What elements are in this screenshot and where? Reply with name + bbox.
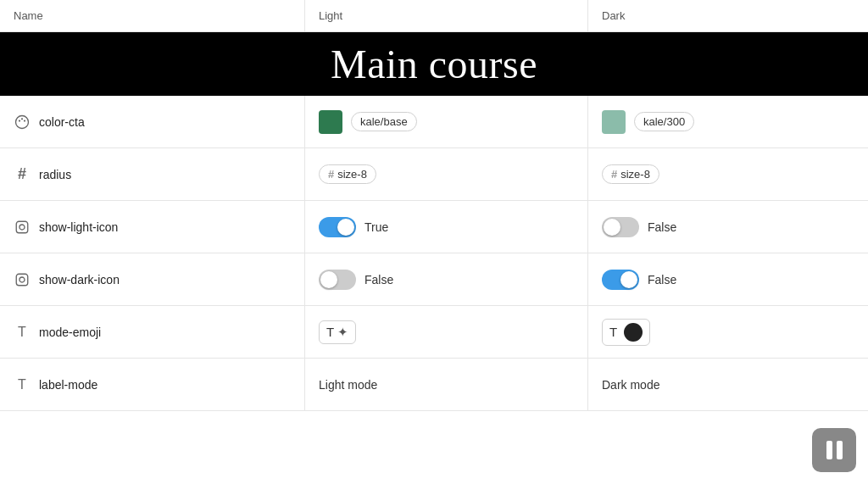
dark-cell-color-cta: kale/300 [588,96,868,147]
svg-point-7 [19,277,25,282]
svg-point-0 [16,115,29,128]
row-label-label-mode: label-mode [39,378,97,392]
name-cell-show-dark-icon: show-dark-icon [0,253,305,305]
table-row: color-cta kale/base kale/300 [0,96,868,148]
dark-cell-label-mode: Dark mode [588,359,868,410]
banner-title: Main course [331,41,537,87]
color-swatch-dark [602,110,626,134]
table-row: # radius # size-8 # size-8 [0,148,868,201]
dark-cell-radius: # size-8 [588,148,868,200]
name-cell-show-light-icon: show-light-icon [0,201,305,253]
radius-tag-dark: # size-8 [602,164,659,184]
light-cell-show-light-icon: True [305,201,588,253]
light-cell-color-cta: kale/base [305,96,588,147]
row-label-show-light-icon: show-light-icon [39,220,118,234]
dark-cell-show-light-icon: False [588,201,868,253]
toggle-show-light-light[interactable] [319,217,356,237]
toggle-label-show-dark-dark: False [648,273,676,287]
row-label-radius: radius [39,168,71,181]
text-type-icon-2: T [14,376,31,393]
header-dark: Dark [588,0,868,31]
table-row: show-light-icon True False [0,201,868,253]
dark-cell-mode-emoji: T [588,306,868,358]
svg-rect-4 [16,221,28,233]
toggle-label-show-dark-light: False [364,273,393,287]
circle-dot-icon [14,219,31,236]
svg-point-1 [19,120,20,121]
banner: Main course [0,32,868,96]
label-mode-dark: Dark mode [602,378,659,392]
table-row: show-dark-icon False False [0,253,868,306]
name-cell-mode-emoji: T mode-emoji [0,306,305,358]
hash-icon: # [14,166,31,183]
emoji-chip-light: T ✦ [319,320,356,344]
name-cell-radius: # radius [0,148,305,200]
light-cell-show-dark-icon: False [305,253,588,305]
dark-cell-show-dark-icon: False [588,253,868,305]
emoji-chip-dark: T [602,319,650,346]
radius-tag-light: # size-8 [319,164,376,184]
row-label-mode-emoji: mode-emoji [39,325,101,339]
palette-icon [14,114,31,131]
tag-chip-dark: kale/300 [634,112,694,131]
row-label-color-cta: color-cta [39,115,85,129]
svg-point-2 [21,118,23,120]
label-mode-light: Light mode [319,378,377,392]
toggle-show-dark-light[interactable] [319,270,356,290]
dark-circle [624,323,643,342]
color-swatch-light [319,110,342,134]
text-type-icon: T [14,324,31,341]
header-name: Name [0,0,305,31]
row-label-show-dark-icon: show-dark-icon [39,273,120,287]
svg-point-5 [19,225,25,230]
pause-button[interactable] [812,428,856,472]
toggle-show-dark-dark[interactable] [602,270,639,290]
name-cell-label-mode: T label-mode [0,359,305,410]
toggle-label-show-light-dark: False [648,220,676,234]
circle-dot-icon-2 [14,271,31,288]
header-light: Light [305,0,588,31]
svg-rect-6 [16,274,28,286]
light-cell-label-mode: Light mode [305,359,588,410]
name-cell-color-cta: color-cta [0,96,305,147]
toggle-label-show-light-light: True [364,220,388,234]
table-header: Name Light Dark [0,0,868,32]
toggle-show-light-dark[interactable] [602,217,639,237]
pause-icon [826,441,843,459]
table-row: T label-mode Light mode Dark mode [0,359,868,411]
table-row: T mode-emoji T ✦ T [0,306,868,359]
light-cell-mode-emoji: T ✦ [305,306,588,358]
sun-symbol: ✦ [337,325,348,340]
svg-point-3 [24,120,25,121]
tag-chip-light: kale/base [351,112,417,131]
light-cell-radius: # size-8 [305,148,588,200]
